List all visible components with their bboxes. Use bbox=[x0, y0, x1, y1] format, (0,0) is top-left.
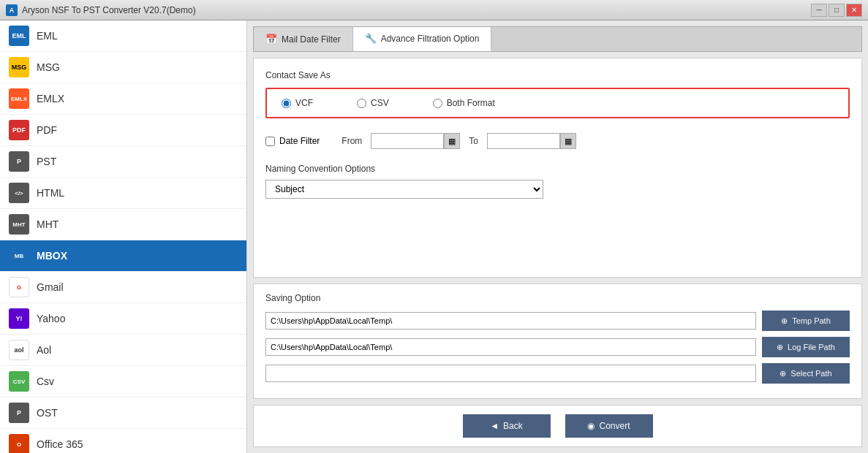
sidebar-label-csv: Csv bbox=[37, 376, 54, 387]
back-icon: ◄ bbox=[490, 421, 499, 431]
ost-icon: P bbox=[9, 403, 29, 423]
temp-path-row: ⊕ Temp Path bbox=[265, 311, 850, 331]
temp-path-input[interactable] bbox=[265, 312, 756, 330]
sidebar-label-eml: EML bbox=[37, 30, 58, 42]
sidebar-item-ost[interactable]: POST bbox=[0, 397, 246, 429]
to-date-input[interactable] bbox=[487, 133, 560, 149]
tab-advance-filtration-label: Advance Filtration Option bbox=[381, 34, 480, 44]
yahoo-icon: Y! bbox=[9, 308, 29, 329]
date-filter-section: Date Filter From ▦ To ▦ bbox=[265, 133, 850, 149]
select-path-button[interactable]: ⊕ Select Path bbox=[762, 363, 850, 384]
sidebar-label-pdf: PDF bbox=[37, 124, 57, 136]
convert-icon: ◉ bbox=[587, 421, 595, 431]
temp-path-icon: ⊕ bbox=[781, 316, 788, 326]
vcf-option[interactable]: VCF bbox=[282, 98, 313, 108]
maximize-button[interactable]: □ bbox=[829, 4, 845, 17]
sidebar-item-mbox[interactable]: MBMBOX bbox=[0, 240, 246, 272]
to-date-group: ▦ bbox=[487, 133, 576, 149]
office365-icon: O bbox=[9, 434, 29, 453]
csv-option[interactable]: CSV bbox=[357, 98, 389, 108]
temp-path-label: Temp Path bbox=[792, 316, 831, 325]
convert-button[interactable]: ◉ Convert bbox=[565, 414, 653, 438]
window-controls: ─ □ ✕ bbox=[811, 4, 862, 17]
log-file-path-input[interactable] bbox=[265, 338, 756, 356]
vcf-radio[interactable] bbox=[282, 99, 291, 108]
sidebar-label-mbox: MBOX bbox=[37, 250, 67, 262]
log-file-path-row: ⊕ Log File Path bbox=[265, 337, 850, 357]
sidebar-item-office365[interactable]: OOffice 365 bbox=[0, 429, 246, 453]
date-filter-check: Date Filter bbox=[265, 136, 320, 146]
sidebar-label-pst: PST bbox=[37, 156, 56, 167]
sidebar-item-pdf[interactable]: PDFPDF bbox=[0, 115, 246, 146]
date-filter-checkbox[interactable] bbox=[265, 137, 275, 146]
sidebar-item-html[interactable]: </>HTML bbox=[0, 178, 246, 209]
date-inputs: From ▦ To ▦ bbox=[341, 133, 576, 149]
tab-advance-filtration[interactable]: 🔧 Advance Filtration Option bbox=[353, 27, 492, 51]
sidebar-item-pst[interactable]: PPST bbox=[0, 146, 246, 178]
sidebar-item-csv[interactable]: CSVCsv bbox=[0, 366, 246, 397]
both-label: Both Format bbox=[447, 98, 495, 108]
saving-option-label: Saving Option bbox=[265, 293, 850, 303]
both-format-option[interactable]: Both Format bbox=[433, 98, 495, 108]
select-path-input[interactable] bbox=[265, 365, 756, 382]
sidebar-item-gmail[interactable]: GGmail bbox=[0, 272, 246, 303]
from-date-group: ▦ bbox=[371, 133, 460, 149]
date-filter-label: Date Filter bbox=[279, 136, 320, 146]
app-icon: A bbox=[6, 4, 18, 16]
mht-icon: MHT bbox=[9, 214, 29, 235]
back-button[interactable]: ◄ Back bbox=[463, 414, 551, 438]
contact-format-options: VCF CSV Both Format bbox=[265, 88, 850, 118]
tab-bar: 📅 Mail Date Filter 🔧 Advance Filtration … bbox=[253, 26, 862, 52]
sidebar-item-yahoo[interactable]: Y!Yahoo bbox=[0, 303, 246, 335]
temp-path-button[interactable]: ⊕ Temp Path bbox=[762, 311, 850, 331]
emlx-icon: EMLX bbox=[9, 88, 29, 109]
filter-icon: 🔧 bbox=[365, 33, 377, 44]
sidebar-item-emlx[interactable]: EMLXEMLX bbox=[0, 83, 246, 115]
calendar-icon: 📅 bbox=[265, 34, 277, 45]
sidebar: EMLEMLMSGMSGEMLXEMLXPDFPDFPPST</>HTMLMHT… bbox=[0, 20, 247, 453]
sidebar-label-gmail: Gmail bbox=[37, 281, 64, 293]
sidebar-label-emlx: EMLX bbox=[37, 93, 64, 104]
from-calendar-button[interactable]: ▦ bbox=[444, 133, 460, 149]
close-button[interactable]: ✕ bbox=[846, 4, 862, 17]
bottom-bar: ◄ Back ◉ Convert bbox=[253, 405, 862, 447]
to-label: To bbox=[469, 136, 478, 146]
back-label: Back bbox=[503, 421, 523, 431]
title-bar-left: A Aryson NSF To PST Converter V20.7(Demo… bbox=[6, 4, 196, 16]
convert-label: Convert bbox=[599, 421, 630, 431]
app-title: Aryson NSF To PST Converter V20.7(Demo) bbox=[22, 5, 196, 15]
sidebar-item-aol[interactable]: aolAol bbox=[0, 335, 246, 366]
log-file-path-button[interactable]: ⊕ Log File Path bbox=[762, 337, 850, 357]
from-label: From bbox=[341, 136, 362, 146]
aol-icon: aol bbox=[9, 340, 29, 360]
pst-icon: P bbox=[9, 151, 29, 172]
sidebar-item-mht[interactable]: MHTMHT bbox=[0, 209, 246, 240]
from-date-input[interactable] bbox=[371, 133, 444, 149]
log-path-icon: ⊕ bbox=[777, 343, 783, 352]
sidebar-label-mht: MHT bbox=[37, 218, 59, 230]
csv-radio[interactable] bbox=[357, 99, 366, 108]
sidebar-label-msg: MSG bbox=[37, 61, 60, 73]
tab-mail-date-filter-label: Mail Date Filter bbox=[282, 34, 341, 45]
log-file-path-label: Log File Path bbox=[788, 343, 835, 351]
main-container: EMLEMLMSGMSGEMLXEMLXPDFPDFPPST</>HTMLMHT… bbox=[0, 20, 868, 453]
tab-mail-date-filter[interactable]: 📅 Mail Date Filter bbox=[254, 27, 353, 51]
select-path-row: ⊕ Select Path bbox=[265, 363, 850, 384]
sidebar-label-office365: Office 365 bbox=[37, 438, 83, 450]
html-icon: </> bbox=[9, 183, 29, 203]
sidebar-item-msg[interactable]: MSGMSG bbox=[0, 52, 246, 83]
minimize-button[interactable]: ─ bbox=[811, 4, 827, 17]
naming-convention-select[interactable]: Subject Date From To bbox=[265, 180, 543, 199]
title-bar: A Aryson NSF To PST Converter V20.7(Demo… bbox=[0, 0, 868, 20]
to-calendar-button[interactable]: ▦ bbox=[560, 133, 576, 149]
csv-label: CSV bbox=[371, 98, 389, 108]
content-area: 📅 Mail Date Filter 🔧 Advance Filtration … bbox=[247, 20, 868, 453]
sidebar-label-yahoo: Yahoo bbox=[37, 313, 65, 324]
sidebar-item-eml[interactable]: EMLEML bbox=[0, 20, 246, 52]
select-path-label: Select Path bbox=[790, 369, 831, 378]
sidebar-label-html: HTML bbox=[37, 187, 64, 199]
gmail-icon: G bbox=[9, 277, 29, 297]
saving-option-panel: Saving Option ⊕ Temp Path ⊕ Log File Pat… bbox=[253, 283, 862, 399]
both-radio[interactable] bbox=[433, 99, 442, 108]
contact-save-as-section: Contact Save As VCF CSV Both Format bbox=[265, 70, 850, 118]
